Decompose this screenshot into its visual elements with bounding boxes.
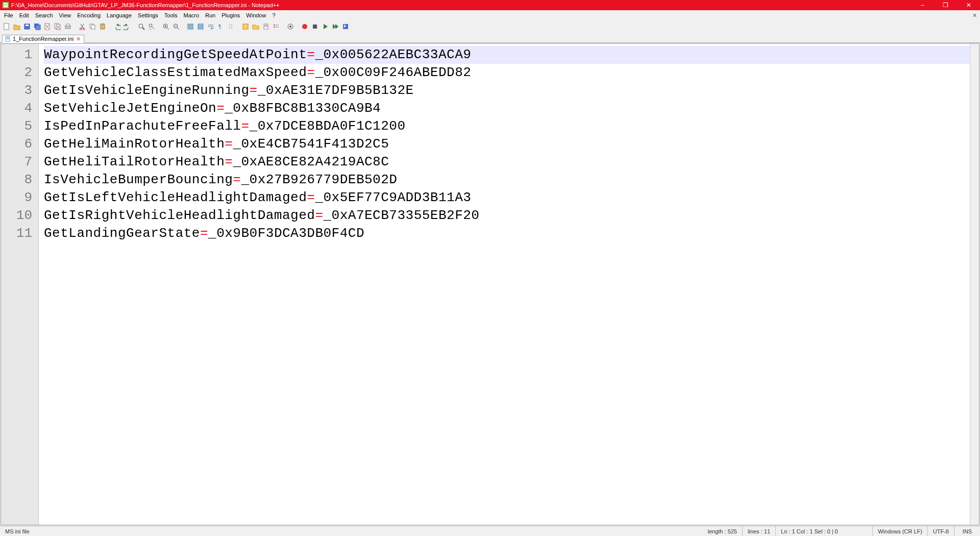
all-chars-icon[interactable]: ¶ bbox=[216, 22, 226, 31]
sync-h-icon[interactable] bbox=[196, 22, 205, 31]
svg-rect-55 bbox=[343, 24, 348, 29]
status-encoding: UTF-8 bbox=[928, 526, 954, 536]
zoom-in-icon[interactable] bbox=[161, 22, 170, 31]
toolbar: ¶ bbox=[0, 20, 980, 33]
menu-plugins[interactable]: Plugins bbox=[218, 12, 243, 19]
vertical-scrollbar[interactable] bbox=[970, 44, 979, 525]
tab-label: 1_FunctionRemapper.ini bbox=[13, 36, 74, 42]
svg-rect-58 bbox=[6, 38, 9, 38]
svg-point-26 bbox=[139, 24, 143, 28]
folder-icon[interactable] bbox=[251, 22, 260, 31]
statusbar: MS ini file length : 525 lines : 11 Ln :… bbox=[0, 526, 980, 536]
func-list-icon[interactable] bbox=[272, 22, 281, 31]
macro-play-icon[interactable] bbox=[321, 22, 330, 31]
svg-rect-8 bbox=[36, 25, 40, 30]
line-number: 9 bbox=[1, 189, 38, 207]
line-number: 6 bbox=[1, 135, 38, 153]
menu-search[interactable]: Search bbox=[32, 12, 56, 19]
window-title: F:\0A_Home\Documents\GitHub\GTAV_LP_JM36… bbox=[11, 2, 911, 8]
macro-play-multi-icon[interactable] bbox=[331, 22, 340, 31]
status-filetype: MS ini file bbox=[0, 526, 71, 536]
tab-file-1[interactable]: 1_FunctionRemapper.ini ✕ bbox=[2, 35, 84, 43]
doc-map-icon[interactable] bbox=[261, 22, 271, 31]
svg-rect-4 bbox=[4, 23, 9, 30]
menu-settings[interactable]: Settings bbox=[135, 12, 161, 19]
file-icon bbox=[5, 36, 11, 42]
code-line[interactable]: GetIsRightVehicleHeadlightDamaged=_0xA7E… bbox=[44, 207, 970, 225]
svg-rect-39 bbox=[198, 27, 203, 29]
svg-line-27 bbox=[142, 28, 144, 30]
line-number: 11 bbox=[1, 225, 38, 242]
menu-encoding[interactable]: Encoding bbox=[74, 12, 104, 19]
menu-macro[interactable]: Macro bbox=[180, 12, 202, 19]
svg-rect-6 bbox=[26, 25, 29, 26]
svg-text:¶: ¶ bbox=[218, 24, 221, 30]
editor: 1234567891011 WaypointRecordingGetSpeedA… bbox=[1, 43, 979, 525]
find-icon[interactable] bbox=[137, 22, 146, 31]
menu-view[interactable]: View bbox=[56, 12, 75, 19]
code-line[interactable]: IsPedInParachuteFreeFall=_0x7DCE8BDA0F1C… bbox=[44, 117, 970, 135]
svg-rect-24 bbox=[101, 24, 105, 29]
indent-guide-icon[interactable] bbox=[227, 22, 236, 31]
code-line[interactable]: GetIsVehicleEngineRunning=_0xAE31E7DF9B5… bbox=[44, 82, 970, 100]
menu-help[interactable]: ? bbox=[269, 12, 278, 19]
macro-rec-icon[interactable] bbox=[300, 22, 309, 31]
save-icon[interactable] bbox=[22, 22, 32, 31]
status-position: Ln : 1 Col : 1 Sel : 0 | 0 bbox=[776, 526, 873, 536]
minimize-button[interactable]: – bbox=[911, 0, 934, 10]
line-number: 3 bbox=[1, 82, 38, 100]
replace-icon[interactable] bbox=[147, 22, 156, 31]
macro-save-icon[interactable] bbox=[341, 22, 350, 31]
tab-close-icon[interactable]: ✕ bbox=[76, 36, 81, 41]
save-all-icon[interactable] bbox=[33, 22, 42, 31]
menu-window[interactable]: Window bbox=[243, 12, 269, 19]
undo-icon[interactable] bbox=[112, 22, 121, 31]
menu-edit[interactable]: Edit bbox=[16, 12, 32, 19]
open-icon[interactable] bbox=[12, 22, 21, 31]
maximize-button[interactable]: ❐ bbox=[934, 0, 957, 10]
sync-v-icon[interactable] bbox=[186, 22, 195, 31]
macro-stop-icon[interactable] bbox=[310, 22, 320, 31]
cut-icon[interactable] bbox=[78, 22, 87, 31]
wrap-icon[interactable] bbox=[206, 22, 215, 31]
line-number: 5 bbox=[1, 117, 38, 135]
svg-rect-2 bbox=[4, 4, 7, 5]
svg-rect-47 bbox=[274, 25, 275, 26]
svg-rect-43 bbox=[243, 24, 248, 29]
code-line[interactable]: GetHeliMainRotorHealth=_0xE4CB7541F413D2… bbox=[44, 135, 970, 153]
menu-file[interactable]: File bbox=[1, 12, 16, 19]
status-lines: lines : 11 bbox=[743, 526, 776, 536]
print-icon[interactable] bbox=[63, 22, 72, 31]
close-icon[interactable] bbox=[43, 22, 52, 31]
svg-rect-45 bbox=[264, 25, 267, 26]
code-line[interactable]: GetLandingGearState=_0x9B0F3DCA3DB0F4CD bbox=[44, 225, 970, 242]
code-area[interactable]: WaypointRecordingGetSpeedAtPoint=_0x0056… bbox=[39, 44, 970, 525]
code-line[interactable]: GetVehicleClassEstimatedMaxSpeed=_0x00C0… bbox=[44, 64, 970, 82]
code-line[interactable]: WaypointRecordingGetSpeedAtPoint=_0x0056… bbox=[44, 46, 970, 64]
zoom-out-icon[interactable] bbox=[172, 22, 181, 31]
svg-rect-3 bbox=[4, 5, 7, 6]
line-number: 2 bbox=[1, 64, 38, 82]
menu-run[interactable]: Run bbox=[202, 12, 218, 19]
code-line[interactable]: GetIsLeftVehicleHeadlightDamaged=_0x5EF7… bbox=[44, 189, 970, 207]
redo-icon[interactable] bbox=[122, 22, 132, 31]
code-line[interactable]: SetVehicleJetEngineOn=_0xB8FBC8B1330CA9B… bbox=[44, 100, 970, 117]
menubar-close-icon[interactable]: ✕ bbox=[970, 11, 979, 19]
menu-language[interactable]: Language bbox=[104, 12, 135, 19]
menu-tools[interactable]: Tools bbox=[161, 12, 181, 19]
svg-rect-59 bbox=[6, 39, 9, 39]
copy-icon[interactable] bbox=[88, 22, 97, 31]
svg-point-53 bbox=[302, 24, 307, 29]
line-number: 4 bbox=[1, 100, 38, 117]
new-icon[interactable] bbox=[2, 22, 11, 31]
close-button[interactable]: ✕ bbox=[957, 0, 980, 10]
paste-icon[interactable] bbox=[98, 22, 107, 31]
code-line[interactable]: GetHeliTailRotorHealth=_0xAE8CE82A4219AC… bbox=[44, 153, 970, 171]
status-insert-mode: INS bbox=[954, 526, 980, 536]
line-number: 8 bbox=[1, 171, 38, 189]
svg-rect-56 bbox=[6, 36, 10, 41]
monitor-icon[interactable] bbox=[286, 22, 295, 31]
close-all-icon[interactable] bbox=[53, 22, 62, 31]
code-line[interactable]: IsVehicleBumperBouncing=_0x27B926779DEB5… bbox=[44, 171, 970, 189]
lang-icon[interactable] bbox=[241, 22, 250, 31]
